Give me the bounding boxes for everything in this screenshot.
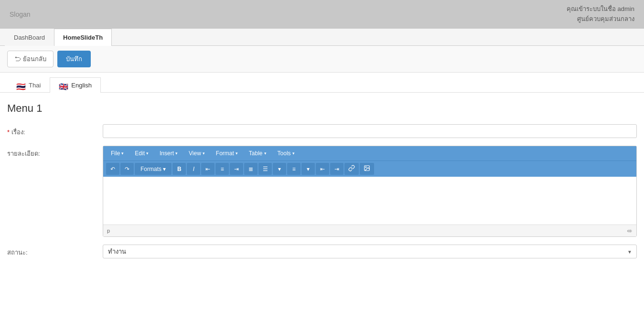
editor-menubar: File ▾ Edit ▾ Insert ▾ View ▾ Format ▾ T… [103,146,636,160]
align-center-button[interactable]: ≡ [215,163,229,175]
italic-button[interactable]: I [187,163,200,175]
back-button[interactable]: ⮌ ย้อนกลับ [7,51,54,67]
bullet-list-caret[interactable]: ▾ [273,163,286,175]
menu-edit[interactable]: Edit ▾ [130,148,153,159]
toolbar-area: ⮌ ย้อนกลับ บันทึก [0,46,644,73]
num-list-button[interactable]: ≡ [287,163,301,175]
editor-container: File ▾ Edit ▾ Insert ▾ View ▾ Format ▾ T… [103,146,637,237]
menu-tools[interactable]: Tools ▾ [273,148,300,159]
editor-toolbar: ↶ ↷ Formats ▾ B I ⇤ ≡ ⇥ ≣ ☰ ▾ ≡ ▾ ⇤ ⇥ [103,160,636,177]
menu-insert[interactable]: Insert ▾ [155,148,182,159]
detail-group: รายละเอียด: File ▾ Edit ▾ Insert ▾ View … [7,146,637,237]
thai-flag-icon: 🇹🇭 [16,82,26,88]
editor-body[interactable] [103,177,636,224]
subject-input[interactable] [103,124,637,138]
section-title: Menu 1 [7,102,637,115]
status-group: สถานะ: ทำงาน ไม่ทำงาน [7,245,637,258]
user-info: คุณเข้าระบบในชื่อ admin [567,4,634,14]
subject-label: * เรื่อง: [7,124,103,137]
image-button[interactable] [360,163,374,175]
formats-button[interactable]: Formats ▾ [135,163,172,175]
slogan: Slogan [10,11,31,18]
detail-label: รายละเอียด: [7,146,103,159]
resize-handle-icon: ⇺ [627,227,633,235]
num-list-caret[interactable]: ▾ [301,163,315,175]
outdent-button[interactable]: ⇤ [316,163,329,175]
align-right-button[interactable]: ⇥ [230,163,243,175]
menu-format[interactable]: Format ▾ [211,148,243,159]
nav-tabs-top: DashBoard HomeSlideTh [0,29,644,46]
main-content: Menu 1 * เรื่อง: รายละเอียด: File ▾ Edit… [0,93,644,276]
indent-button[interactable]: ⇥ [330,163,343,175]
status-label: สถานะ: [7,245,103,257]
tab-thai[interactable]: 🇹🇭 Thai [7,77,50,93]
editor-path: p [107,228,110,234]
tab-english[interactable]: 🇬🇧 English [50,77,101,93]
thai-tab-label: Thai [29,82,41,89]
menu-view[interactable]: View ▾ [184,148,210,159]
menu-table[interactable]: Table ▾ [244,148,271,159]
editor-statusbar: p ⇺ [103,224,636,236]
status-select[interactable]: ทำงาน ไม่ทำงาน [103,245,637,258]
bold-button[interactable]: B [172,163,186,175]
top-bar: Slogan คุณเข้าระบบในชื่อ admin ศูนย์ควบค… [0,0,644,29]
back-icon: ⮌ [14,55,21,63]
english-tab-label: English [71,82,92,89]
align-left-button[interactable]: ⇤ [201,163,215,175]
align-justify-button[interactable]: ≣ [244,163,258,175]
undo-button[interactable]: ↶ [106,163,119,175]
lang-tabs: 🇹🇭 Thai 🇬🇧 English [0,77,644,93]
english-flag-icon: 🇬🇧 [59,82,68,88]
bullet-list-button[interactable]: ☰ [258,163,272,175]
required-star: * [7,128,11,136]
subject-group: * เรื่อง: [7,124,637,138]
tab-dashboard[interactable]: DashBoard [5,29,54,46]
save-button[interactable]: บันทึก [57,51,91,67]
control-panel-link[interactable]: ศูนย์ควบคุมส่วนกลาง [567,14,634,24]
top-bar-right: คุณเข้าระบบในชื่อ admin ศูนย์ควบคุมส่วนก… [567,4,634,24]
status-select-wrapper: ทำงาน ไม่ทำงาน [103,245,637,258]
svg-point-1 [365,167,366,168]
link-button[interactable] [344,163,359,175]
menu-file[interactable]: File ▾ [106,148,129,159]
redo-button[interactable]: ↷ [120,163,134,175]
tab-homeslideth[interactable]: HomeSlideTh [54,29,112,46]
